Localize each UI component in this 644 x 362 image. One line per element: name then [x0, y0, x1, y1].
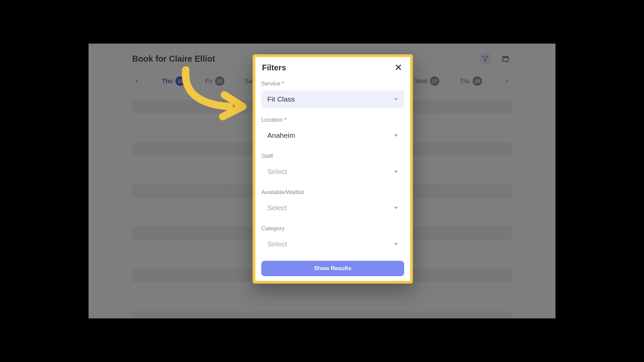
required-star: * [282, 80, 284, 87]
select-value: Fit Class [267, 95, 295, 103]
select-placeholder: Select [267, 168, 287, 176]
chevron-down-icon [394, 207, 398, 209]
field-label: Category [261, 225, 404, 232]
chevron-down-icon [394, 243, 398, 245]
show-results-button[interactable]: Show Results [261, 261, 404, 276]
letterbox [555, 44, 566, 318]
chevron-down-icon [394, 98, 398, 101]
availability-select[interactable]: Select [261, 199, 404, 217]
field-service: Service * Fit Class [261, 80, 404, 108]
screen: Book for Claire Elliot [89, 44, 555, 318]
staff-select[interactable]: Select [261, 163, 404, 180]
close-button[interactable]: ✕ [393, 62, 404, 74]
label-text: Service [261, 80, 280, 87]
field-label: Available/Waitlist [261, 189, 404, 196]
service-select[interactable]: Fit Class [261, 90, 404, 108]
field-label: Location * [261, 117, 404, 123]
field-label: Staff [261, 153, 404, 160]
modal-title: Filters [262, 63, 286, 72]
chevron-down-icon [394, 134, 398, 137]
label-text: Staff [261, 153, 273, 160]
label-text: Category [261, 225, 284, 232]
required-star: * [284, 117, 286, 123]
field-location: Location * Anaheim [261, 117, 404, 144]
field-staff: Staff Select [261, 153, 404, 180]
close-icon: ✕ [394, 62, 402, 73]
chevron-down-icon [394, 171, 398, 173]
letterbox [78, 44, 89, 318]
category-select[interactable]: Select [261, 235, 404, 253]
field-availability: Available/Waitlist Select [261, 189, 404, 217]
modal-header: Filters ✕ [261, 60, 404, 77]
location-select[interactable]: Anaheim [261, 127, 404, 144]
device-frame: Book for Claire Elliot [78, 44, 566, 318]
select-placeholder: Select [267, 204, 287, 212]
field-label: Service * [261, 80, 404, 87]
select-value: Anaheim [267, 131, 295, 139]
select-placeholder: Select [267, 240, 287, 248]
label-text: Available/Waitlist [261, 189, 304, 196]
filters-modal: Filters ✕ Service * Fit Class [253, 54, 413, 284]
field-category: Category Select [261, 225, 404, 253]
label-text: Location [261, 117, 283, 123]
